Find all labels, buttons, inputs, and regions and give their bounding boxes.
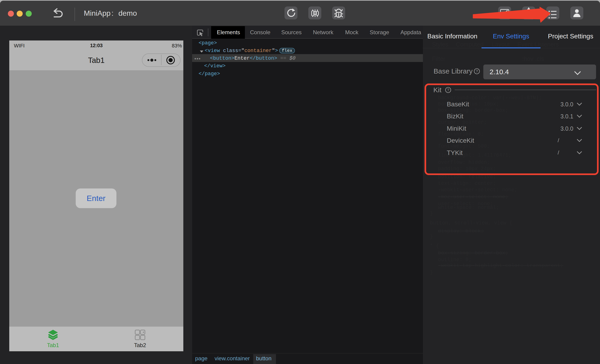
svg-text:?: ? [447,88,449,92]
svg-text:?: ? [476,69,478,73]
